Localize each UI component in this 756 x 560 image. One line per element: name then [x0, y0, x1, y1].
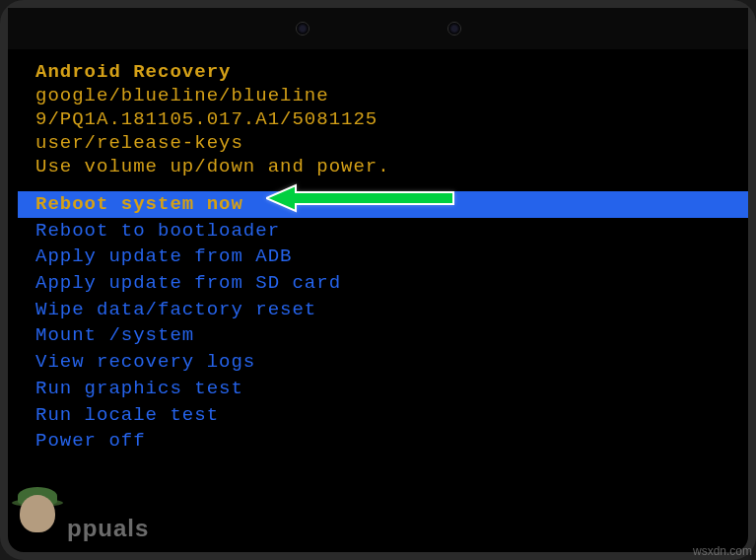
camera-sensor-right [447, 22, 461, 35]
menu-apply-sdcard[interactable]: Apply update from SD card [35, 270, 738, 297]
watermark-logo [4, 485, 75, 556]
watermark-source: wsxdn.com [693, 544, 752, 558]
nav-instruction: Use volume up/down and power. [35, 156, 738, 177]
recovery-title: Android Recovery [35, 61, 738, 83]
keys-info: user/release-keys [35, 132, 738, 154]
menu-reboot-bootloader[interactable]: Reboot to bootloader [35, 218, 738, 245]
watermark-brand: ppuals [67, 515, 149, 542]
menu-mount-system[interactable]: Mount /system [35, 322, 738, 349]
build-info: 9/PQ1A.181105.017.A1/5081125 [35, 108, 738, 130]
recovery-screen: Android Recovery google/blueline/bluelin… [18, 49, 738, 542]
menu-reboot-system[interactable]: Reboot system now [18, 191, 748, 218]
phone-bezel [8, 8, 748, 49]
menu-graphics-test[interactable]: Run graphics test [35, 376, 738, 402]
recovery-menu: Reboot system now Reboot to bootloader A… [35, 191, 738, 455]
camera-sensor-left [296, 22, 309, 35]
menu-power-off[interactable]: Power off [35, 428, 738, 455]
menu-apply-adb[interactable]: Apply update from ADB [35, 244, 738, 270]
phone-frame: Android Recovery google/blueline/bluelin… [0, 0, 756, 560]
menu-wipe-data[interactable]: Wipe data/factory reset [35, 297, 738, 323]
device-info: google/blueline/blueline [35, 85, 738, 106]
menu-locale-test[interactable]: Run locale test [35, 402, 738, 429]
menu-recovery-logs[interactable]: View recovery logs [35, 349, 738, 376]
recovery-header: Android Recovery google/blueline/bluelin… [35, 61, 738, 177]
